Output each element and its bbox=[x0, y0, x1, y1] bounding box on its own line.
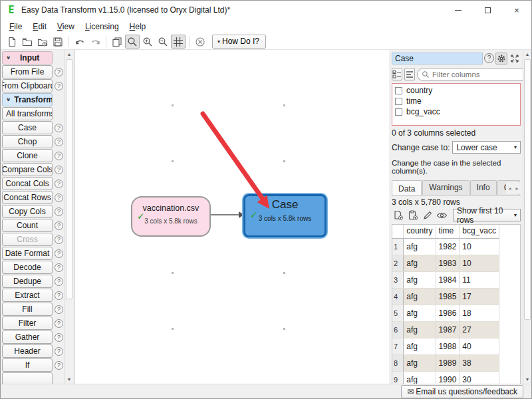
tab-warnings[interactable]: Warnings bbox=[422, 180, 469, 195]
maximize-button[interactable] bbox=[473, 1, 502, 19]
from-file-button[interactable]: From File bbox=[2, 65, 53, 78]
checkbox[interactable] bbox=[395, 98, 402, 105]
scroll-up-icon[interactable]: ▲ bbox=[65, 50, 73, 59]
scroll-up-icon[interactable]: ▲ bbox=[523, 50, 531, 59]
help-icon[interactable]: ? bbox=[484, 53, 494, 63]
help-icon[interactable]: ? bbox=[55, 68, 63, 76]
email-feedback-button[interactable]: ✉ Email us questions/feedback bbox=[401, 385, 523, 398]
menu-file[interactable]: File bbox=[5, 21, 27, 33]
transform-extract-button[interactable]: Extract bbox=[2, 289, 53, 302]
from-clipboard-button[interactable]: From Clipboard bbox=[2, 79, 53, 92]
tab-scroll-right-icon[interactable]: ▸ bbox=[513, 182, 521, 194]
help-icon[interactable]: ? bbox=[55, 82, 63, 90]
grid-snap-icon[interactable] bbox=[171, 35, 186, 49]
settings-gear-icon[interactable] bbox=[495, 53, 507, 65]
help-icon[interactable]: ? bbox=[55, 207, 63, 216]
transform-dedupe-button[interactable]: Dedupe bbox=[2, 275, 53, 288]
column-header-time[interactable]: time bbox=[436, 225, 460, 238]
open-file-icon[interactable] bbox=[20, 35, 35, 49]
expand-panel-icon[interactable] bbox=[509, 53, 521, 65]
column-list-icon[interactable] bbox=[404, 68, 415, 80]
help-icon[interactable]: ? bbox=[55, 305, 63, 314]
new-file-icon[interactable] bbox=[5, 35, 19, 49]
preview-eye-icon[interactable] bbox=[436, 209, 448, 221]
sidebar-scrollbar[interactable]: ▲ ▼ bbox=[65, 50, 73, 384]
transform-copy-cols-button[interactable]: Copy Cols bbox=[2, 205, 53, 218]
help-icon[interactable]: ? bbox=[55, 194, 63, 202]
menu-edit[interactable]: Edit bbox=[28, 21, 51, 33]
select-columns-icon[interactable] bbox=[392, 68, 402, 80]
tab-info[interactable]: Info bbox=[470, 180, 497, 195]
tab-scroll-left-icon[interactable]: ◂ bbox=[506, 182, 513, 194]
menu-view[interactable]: View bbox=[53, 21, 79, 33]
help-icon[interactable]: ? bbox=[55, 361, 63, 370]
all-transforms-dropdown[interactable]: All transforms▾ bbox=[2, 107, 53, 120]
help-icon[interactable]: ? bbox=[55, 235, 63, 244]
scrollbar-thumb[interactable] bbox=[66, 59, 72, 299]
column-row-time[interactable]: time bbox=[394, 96, 520, 106]
change-case-dropdown[interactable]: Lower case ▾ bbox=[452, 141, 521, 154]
help-icon[interactable]: ? bbox=[55, 319, 63, 328]
help-icon[interactable]: ? bbox=[55, 333, 63, 342]
help-icon[interactable]: ? bbox=[55, 166, 63, 174]
zoom-out-icon[interactable] bbox=[156, 35, 170, 49]
transform-concat-cols-button[interactable]: Concat Cols bbox=[2, 177, 53, 190]
tab-data[interactable]: Data bbox=[392, 180, 422, 195]
edit-pencil-icon[interactable] bbox=[421, 209, 434, 221]
panel-scrollbar[interactable]: ▲ ▼ bbox=[523, 50, 531, 384]
column-header-country[interactable]: country bbox=[404, 225, 436, 238]
redo-icon[interactable] bbox=[88, 35, 102, 49]
help-icon[interactable]: ? bbox=[55, 221, 63, 230]
column-row-bcg-vacc[interactable]: bcg_vacc bbox=[394, 106, 520, 117]
input-section-header[interactable]: ∨Input bbox=[2, 51, 53, 65]
minimize-button[interactable] bbox=[444, 1, 473, 19]
transform-case-button[interactable]: Case bbox=[2, 121, 53, 134]
close-button[interactable]: × bbox=[502, 1, 531, 19]
data-grid[interactable]: country time bcg_vacc 1afg198210 2afg198… bbox=[392, 224, 521, 384]
transform-concat-rows-button[interactable]: Concat Rows bbox=[2, 191, 53, 204]
zoom-icon[interactable] bbox=[125, 35, 140, 49]
help-icon[interactable]: ? bbox=[55, 124, 63, 132]
scroll-down-icon[interactable]: ▼ bbox=[523, 375, 531, 384]
checkbox[interactable] bbox=[395, 108, 402, 116]
column-row-country[interactable]: country bbox=[394, 85, 520, 96]
transform-gather-button[interactable]: Gather bbox=[2, 331, 53, 344]
transform-compare-cols-button[interactable]: Compare Cols bbox=[2, 163, 53, 176]
checkbox[interactable] bbox=[395, 87, 402, 94]
transform-date-format-button[interactable]: Date Format bbox=[2, 247, 53, 260]
column-header-bcg-vacc[interactable]: bcg_vacc bbox=[460, 225, 499, 238]
transform-filter-button[interactable]: Filter bbox=[2, 317, 53, 330]
how-do-i-button[interactable]: ▾ How Do I? bbox=[212, 35, 266, 49]
scroll-down-icon[interactable]: ▼ bbox=[65, 375, 73, 384]
node-name-field[interactable]: Case bbox=[392, 53, 483, 65]
export-file-icon[interactable] bbox=[392, 209, 404, 221]
copy-clipboard-icon[interactable] bbox=[406, 209, 419, 221]
transform-decode-button[interactable]: Decode bbox=[2, 261, 53, 274]
filter-columns-input[interactable] bbox=[417, 68, 523, 81]
menu-licensing[interactable]: Licensing bbox=[80, 21, 124, 33]
duplicate-icon[interactable] bbox=[110, 35, 124, 49]
transform-clone-button[interactable]: Clone bbox=[2, 149, 53, 162]
help-icon[interactable]: ? bbox=[55, 347, 63, 356]
undo-icon[interactable] bbox=[72, 35, 87, 49]
help-icon[interactable]: ? bbox=[55, 263, 63, 272]
cancel-icon[interactable] bbox=[193, 35, 207, 49]
help-icon[interactable]: ? bbox=[55, 138, 63, 146]
flow-canvas[interactable]: ✓ vaccination.csv 3 cols x 5.8k rows ✓ C… bbox=[74, 50, 389, 384]
scrollbar-thumb[interactable] bbox=[524, 59, 531, 320]
transform-count-button[interactable]: Count bbox=[2, 219, 53, 232]
transform-header-button[interactable]: Header bbox=[2, 344, 53, 358]
rows-shown-dropdown[interactable]: Show first 10 rows ▾ bbox=[453, 209, 521, 221]
transform-partial-button[interactable] bbox=[2, 372, 53, 384]
save-icon[interactable] bbox=[51, 35, 65, 49]
menu-help[interactable]: Help bbox=[125, 21, 151, 33]
transform-chop-button[interactable]: Chop bbox=[2, 135, 53, 148]
transform-section-header[interactable]: ∨Transform bbox=[2, 93, 53, 106]
transform-if-button[interactable]: If bbox=[2, 358, 53, 372]
help-icon[interactable]: ? bbox=[55, 249, 63, 258]
help-icon[interactable]: ? bbox=[55, 277, 63, 286]
help-icon[interactable]: ? bbox=[55, 291, 63, 300]
help-icon[interactable]: ? bbox=[55, 180, 63, 188]
zoom-in-icon[interactable] bbox=[140, 35, 155, 49]
help-icon[interactable]: ? bbox=[55, 152, 63, 160]
